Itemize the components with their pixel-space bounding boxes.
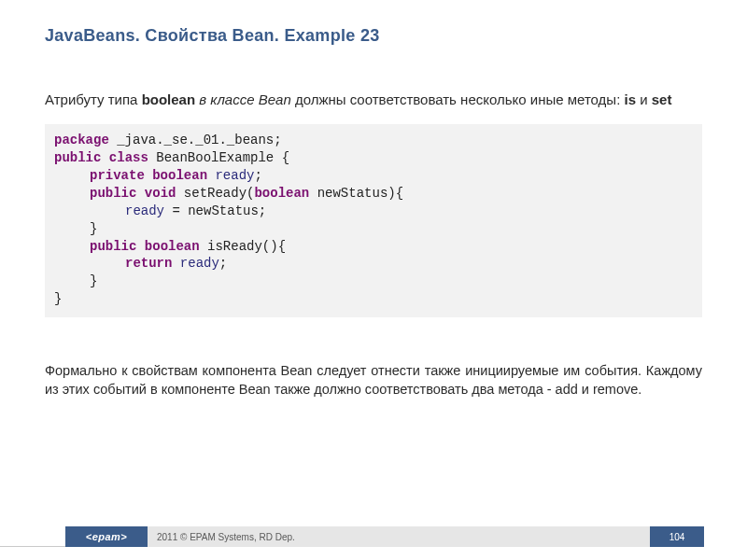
- intro-italic: в классе Bean: [195, 91, 291, 107]
- code-brace: }: [54, 291, 62, 306]
- code-semi: ;: [219, 256, 227, 271]
- intro-and: и: [636, 91, 652, 107]
- slide: JavaBeans. Свойства Bean. Example 23 Атр…: [0, 0, 747, 560]
- slide-title: JavaBeans. Свойства Bean. Example 23: [45, 26, 702, 46]
- footer-bar: <epam> 2011 © EPAM Systems, RD Dep. 104: [0, 526, 747, 547]
- code-method: setReady(: [176, 186, 254, 201]
- code-kw: class: [109, 150, 148, 165]
- intro-set: set: [652, 91, 672, 107]
- page-number: 104: [650, 526, 704, 547]
- code-var: ready: [207, 168, 254, 183]
- code-brace: }: [90, 273, 97, 288]
- code-var: ready: [172, 256, 218, 271]
- intro-is: is: [624, 91, 636, 107]
- code-kw: boolean: [152, 168, 207, 183]
- code-kw: boolean: [254, 186, 309, 201]
- intro-text-2: должны соответствовать несколько иные ме…: [291, 91, 625, 107]
- footer-gap: [704, 526, 747, 547]
- code-kw: public: [54, 150, 101, 165]
- intro-paragraph: Атрибуту типа boolean в классе Bean долж…: [45, 91, 702, 109]
- code-kw: package: [54, 133, 109, 147]
- code-kw: private: [90, 168, 145, 183]
- footer-gap: [0, 526, 65, 547]
- footer-copyright: 2011 © EPAM Systems, RD Dep.: [148, 526, 650, 547]
- code-kw: return: [125, 256, 172, 271]
- code-arg: newStatus){: [309, 186, 403, 201]
- epam-logo: <epam>: [65, 526, 148, 547]
- code-kw: boolean: [145, 239, 200, 254]
- code-kw: public: [90, 186, 136, 201]
- intro-text: Атрибуту типа: [45, 91, 142, 107]
- intro-boolean: boolean: [142, 91, 196, 107]
- code-classname: BeanBoolExample: [148, 150, 282, 165]
- code-brace: {: [282, 150, 289, 165]
- code-text: _java._se._01._beans;: [109, 133, 282, 147]
- code-method: isReady(){: [200, 239, 286, 254]
- code-text: = newStatus;: [164, 203, 266, 218]
- code-kw: void: [145, 186, 176, 201]
- code-kw: public: [90, 239, 136, 254]
- code-block: package _java._se._01._beans; public cla…: [45, 124, 702, 317]
- code-var: ready: [125, 203, 164, 218]
- code-semi: ;: [254, 168, 261, 183]
- code-brace: }: [90, 221, 97, 236]
- outro-paragraph: Формально к свойствам компонента Bean сл…: [45, 362, 702, 399]
